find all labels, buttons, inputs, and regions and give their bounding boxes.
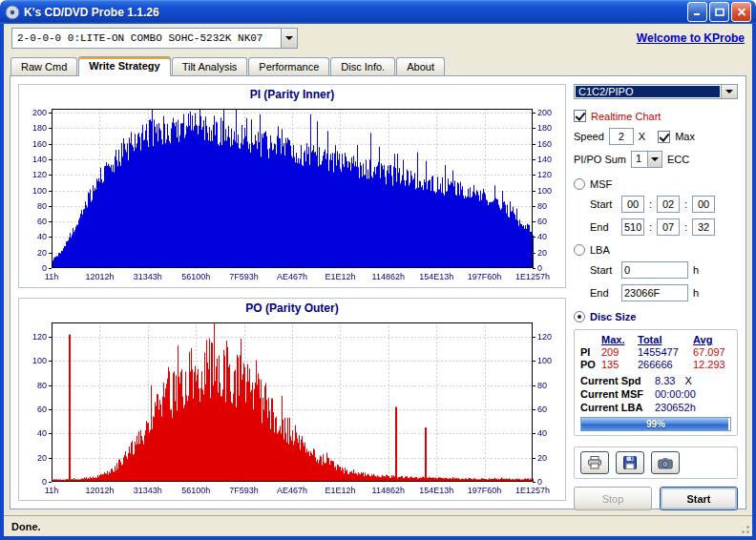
tab-strip: Raw Cmd Write Strategy Tilt Analysis Per… xyxy=(4,52,752,75)
charts-column: PI (Parity Inner) PO (Parity Outer) xyxy=(18,84,566,501)
realtime-chart-checkbox[interactable] xyxy=(574,110,586,122)
speed-unit-label: X xyxy=(639,131,645,142)
msf-end-frame-input[interactable] xyxy=(692,218,715,236)
control-panel: C1C2/PIPO Realtime Chart Speed X Max xyxy=(574,84,738,501)
stats-header: Max. Total Avg xyxy=(580,334,731,345)
lba-end-label: End xyxy=(590,287,617,299)
speed-label: Speed xyxy=(574,131,604,142)
lba-radio[interactable] xyxy=(574,244,585,256)
msf-end-sec-input[interactable] xyxy=(657,218,680,236)
tab-tilt-analysis[interactable]: Tilt Analysis xyxy=(172,57,248,75)
po-chart-title: PO (Parity Outer) xyxy=(245,301,338,317)
app-icon xyxy=(5,5,20,20)
pipo-sum-label: PI/PO Sum xyxy=(574,154,626,165)
msf-separator: : xyxy=(684,221,687,233)
camera-icon xyxy=(658,457,673,469)
lba-start-label: Start xyxy=(590,264,617,276)
lba-start-unit: h xyxy=(693,264,699,276)
window-body: 2-0-0-0 0:LITE-ON COMBO SOHC-5232K NK07 … xyxy=(0,24,756,540)
tab-about[interactable]: About xyxy=(396,57,445,75)
toolbar: 2-0-0-0 0:LITE-ON COMBO SOHC-5232K NK07 … xyxy=(4,24,752,52)
msf-end-min-input[interactable] xyxy=(621,218,644,236)
stats-row-po: PO 135 266666 12.293 xyxy=(580,359,731,370)
status-bar: Done. xyxy=(4,515,752,536)
mode-select-combo[interactable]: C1C2/PIPO xyxy=(574,84,738,99)
app-window: K's CD/DVD Probe 1.1.26 2-0-0-0 0:LITE-O… xyxy=(0,0,756,540)
msf-radio[interactable] xyxy=(574,178,585,190)
current-speed-unit: X xyxy=(684,375,691,386)
stats-header-avg: Avg xyxy=(693,334,731,345)
snapshot-button[interactable] xyxy=(651,451,680,474)
write-strategy-page: PI (Parity Inner) PO (Parity Outer) C1C2… xyxy=(10,75,746,509)
msf-separator: : xyxy=(649,221,652,233)
save-icon xyxy=(623,456,637,469)
close-button[interactable] xyxy=(731,2,751,22)
msf-label: MSF xyxy=(590,178,612,190)
progress-percent: 99% xyxy=(581,418,730,430)
msf-start-min-input[interactable] xyxy=(621,196,644,213)
max-speed-checkbox[interactable] xyxy=(658,131,670,143)
tab-disc-info[interactable]: Disc Info. xyxy=(330,57,395,75)
stats-box: Max. Total Avg PI 209 1455477 67.097 PO xyxy=(574,329,738,436)
stats-header-total: Total xyxy=(638,334,693,345)
pipo-sum-value: 1 xyxy=(632,152,647,167)
stats-header-max: Max. xyxy=(601,334,638,345)
pi-chart-canvas xyxy=(25,103,559,282)
maximize-button[interactable] xyxy=(709,2,729,22)
disc-size-radio[interactable] xyxy=(574,311,585,322)
action-buttons: Stop Start xyxy=(574,487,738,510)
current-speed-row: Current Spd 8.33X xyxy=(580,375,731,386)
msf-separator: : xyxy=(684,198,687,210)
current-speed-value: 8.33 xyxy=(655,375,675,386)
tab-raw-cmd[interactable]: Raw Cmd xyxy=(10,57,77,75)
tab-write-strategy[interactable]: Write Strategy xyxy=(78,56,170,76)
print-button[interactable] xyxy=(580,451,609,474)
tool-button-bar xyxy=(574,447,738,479)
status-message: Done. xyxy=(11,521,738,532)
po-chart-canvas xyxy=(25,317,559,496)
lba-end-unit: h xyxy=(693,287,699,299)
lba-label: LBA xyxy=(590,244,610,256)
scan-progress-bar: 99% xyxy=(580,417,731,431)
pi-chart-title: PI (Parity Inner) xyxy=(250,87,335,103)
save-button[interactable] xyxy=(616,451,644,474)
chevron-down-icon[interactable] xyxy=(647,152,662,167)
resize-grip-icon[interactable] xyxy=(738,522,750,536)
start-button[interactable]: Start xyxy=(660,487,738,510)
current-lba-value: 230652h xyxy=(655,402,731,413)
max-speed-label: Max xyxy=(675,131,695,142)
minimize-button[interactable] xyxy=(687,2,707,22)
current-msf-row: Current MSF 00:00:00 xyxy=(580,388,731,400)
msf-start-sec-input[interactable] xyxy=(657,196,680,213)
stats-row-pi: PI 209 1455477 67.097 xyxy=(580,346,731,358)
tab-page-container: PI (Parity Inner) PO (Parity Outer) C1C2… xyxy=(4,75,752,515)
window-title: K's CD/DVD Probe 1.1.26 xyxy=(24,6,683,19)
realtime-chart-label: Realtime Chart xyxy=(591,111,661,122)
chevron-down-icon[interactable] xyxy=(281,29,297,48)
chevron-down-icon[interactable] xyxy=(721,85,737,98)
msf-end-label: End xyxy=(590,221,617,233)
ecc-label: ECC xyxy=(667,154,689,165)
lba-start-input[interactable] xyxy=(621,261,688,279)
title-bar: K's CD/DVD Probe 1.1.26 xyxy=(0,0,756,24)
speed-input[interactable] xyxy=(609,128,634,145)
drive-select-value: 2-0-0-0 0:LITE-ON COMBO SOHC-5232K NK07 xyxy=(12,29,281,48)
current-lba-row: Current LBA 230652h xyxy=(580,402,731,413)
mode-select-value: C1C2/PIPO xyxy=(576,86,720,97)
msf-start-label: Start xyxy=(590,198,617,210)
po-chart: PO (Parity Outer) xyxy=(18,298,566,502)
stop-button[interactable]: Stop xyxy=(574,487,652,510)
printer-icon xyxy=(587,456,602,469)
pi-chart: PI (Parity Inner) xyxy=(18,84,566,288)
lba-end-input[interactable] xyxy=(621,284,688,301)
msf-start-frame-input[interactable] xyxy=(692,196,715,213)
drive-select-combo[interactable]: 2-0-0-0 0:LITE-ON COMBO SOHC-5232K NK07 xyxy=(11,28,298,49)
current-msf-value: 00:00:00 xyxy=(655,388,731,400)
msf-separator: : xyxy=(649,198,652,210)
pipo-sum-combo[interactable]: 1 xyxy=(631,151,662,168)
tab-performance[interactable]: Performance xyxy=(248,57,329,75)
disc-size-label: Disc Size xyxy=(590,311,636,322)
welcome-link[interactable]: Welcome to KProbe xyxy=(637,31,745,45)
